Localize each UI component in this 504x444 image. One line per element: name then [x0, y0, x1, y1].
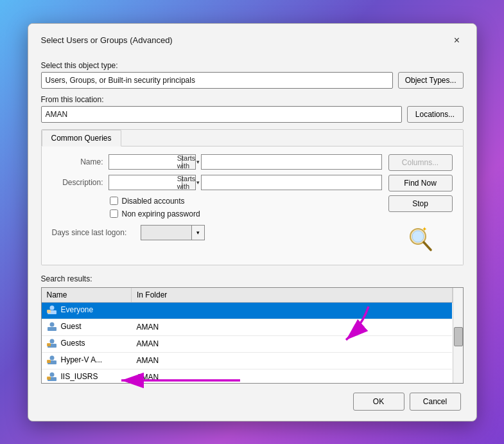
col-header-folder: In Folder — [132, 288, 453, 303]
cell-folder: AMAN — [132, 352, 453, 369]
location-row: Locations... — [41, 106, 464, 123]
row-name: IIS_IUSRS — [61, 372, 98, 381]
cell-name: Everyone — [42, 302, 132, 319]
svg-rect-14 — [47, 360, 51, 363]
table-row[interactable]: IIS_IUSRSAMAN — [42, 369, 453, 384]
ok-button[interactable]: OK — [353, 393, 404, 411]
results-table: Name In Folder Everyone GuestAMAN Guests… — [42, 288, 453, 384]
non-expiring-row: Non expiring password — [110, 209, 382, 218]
table-row[interactable]: GuestsAMAN — [42, 335, 453, 352]
search-results-section: Search results: Name In Folder Everyone — [41, 274, 464, 384]
row-icon: IIS_IUSRS — [47, 371, 98, 382]
disabled-accounts-checkbox[interactable] — [110, 197, 118, 205]
search-results-label: Search results: — [41, 274, 464, 283]
row-icon: Guest — [47, 321, 82, 332]
main-dialog: Select Users or Groups (Advanced) × Sele… — [28, 23, 477, 422]
description-value-input[interactable] — [201, 175, 382, 190]
svg-line-2 — [424, 242, 431, 250]
columns-button[interactable]: Columns... — [388, 154, 453, 171]
svg-rect-6 — [47, 310, 51, 313]
tab-common-queries[interactable]: Common Queries — [42, 130, 121, 147]
query-right-buttons: Columns... Find Now Stop ✦ — [388, 154, 453, 257]
stop-button[interactable]: Stop — [388, 195, 453, 212]
svg-point-10 — [49, 339, 54, 343]
object-type-input[interactable] — [41, 72, 393, 89]
name-filter-value: Starts with — [177, 154, 196, 170]
cell-folder: AMAN — [132, 319, 453, 335]
table-row[interactable]: GuestAMAN — [42, 319, 453, 335]
table-row[interactable]: Hyper-V A...AMAN — [42, 352, 453, 369]
object-type-row: Object Types... — [41, 72, 464, 89]
locations-button[interactable]: Locations... — [407, 106, 464, 123]
cell-folder: AMAN — [132, 369, 453, 384]
svg-point-5 — [49, 305, 54, 310]
results-table-wrapper[interactable]: Name In Folder Everyone GuestAMAN Guests… — [41, 287, 464, 384]
svg-rect-17 — [47, 377, 51, 380]
tabs-bar: Common Queries — [41, 129, 464, 147]
svg-point-16 — [49, 372, 54, 377]
row-name: Everyone — [61, 305, 94, 314]
location-group: From this location: Locations... — [41, 95, 464, 123]
bottom-buttons: OK Cancel — [41, 393, 464, 411]
results-table-header: Name In Folder — [42, 288, 453, 303]
cell-name: IIS_IUSRS — [42, 369, 132, 384]
description-field-label: Description: — [52, 178, 103, 187]
cell-name: Guests — [42, 335, 132, 352]
description-filter-dropdown[interactable]: Starts with ▾ — [182, 175, 196, 190]
chevron-down-icon2: ▾ — [196, 179, 200, 186]
close-button[interactable]: × — [448, 31, 466, 49]
description-filter-input[interactable] — [109, 175, 182, 190]
cell-folder — [132, 302, 453, 319]
table-row[interactable]: Everyone — [42, 302, 453, 319]
svg-rect-11 — [47, 343, 51, 346]
cell-folder: AMAN — [132, 335, 453, 352]
col-header-name: Name — [42, 288, 132, 303]
find-now-button[interactable]: Find Now — [388, 175, 453, 191]
cell-name: Guest — [42, 319, 132, 335]
title-bar: Select Users or Groups (Advanced) × — [28, 24, 476, 55]
description-filter-value: Starts with — [177, 175, 196, 190]
results-table-body: Everyone GuestAMAN GuestsAMAN Hyper-V A.… — [42, 302, 453, 384]
chevron-down-icon: ▾ — [196, 159, 200, 165]
row-icon: Hyper-V A... — [47, 355, 103, 365]
disabled-accounts-row: Disabled accounts — [110, 197, 382, 206]
object-types-button[interactable]: Object Types... — [398, 72, 464, 89]
query-left: Name: Starts with ▾ Description: — [52, 154, 382, 240]
disabled-accounts-label[interactable]: Disabled accounts — [122, 197, 185, 206]
object-type-label: Select this object type: — [41, 61, 464, 70]
svg-point-8 — [49, 322, 54, 326]
dialog-title: Select Users or Groups (Advanced) — [41, 35, 173, 45]
name-filter-input[interactable] — [109, 154, 182, 170]
name-combo: Starts with ▾ — [109, 154, 196, 170]
days-label: Days since last logon: — [52, 228, 135, 237]
row-name: Guests — [61, 339, 85, 348]
scrollbar-track[interactable] — [453, 288, 463, 383]
cancel-button[interactable]: Cancel — [410, 393, 461, 411]
svg-text:✦: ✦ — [422, 226, 427, 233]
days-row: Days since last logon: ▾ — [52, 225, 382, 240]
svg-point-13 — [49, 355, 54, 360]
location-label: From this location: — [41, 95, 464, 104]
row-name: Guest — [61, 322, 82, 331]
cell-name: Hyper-V A... — [42, 352, 132, 369]
row-icon: Everyone — [47, 305, 94, 315]
location-input[interactable] — [41, 106, 402, 123]
scrollbar-thumb[interactable] — [454, 327, 463, 346]
name-value-input[interactable] — [201, 154, 382, 170]
svg-rect-7 — [48, 327, 56, 331]
days-dropdown-arrow[interactable]: ▾ — [192, 225, 205, 240]
name-filter-dropdown[interactable]: Starts with ▾ — [182, 154, 196, 170]
tab-content: Name: Starts with ▾ Description: — [41, 147, 464, 265]
non-expiring-label[interactable]: Non expiring password — [122, 209, 200, 218]
days-input[interactable] — [141, 225, 192, 240]
name-field-label: Name: — [52, 157, 103, 166]
query-section: Name: Starts with ▾ Description: — [52, 154, 453, 257]
dialog-body: Select this object type: Object Types...… — [28, 55, 476, 421]
row-icon: Guests — [47, 338, 85, 348]
row-name: Hyper-V A... — [61, 355, 103, 364]
object-type-group: Select this object type: Object Types... — [41, 61, 464, 89]
description-combo: Starts with ▾ — [109, 175, 196, 190]
description-row: Description: Starts with ▾ — [52, 175, 382, 190]
magnifier-icon: ✦ — [388, 226, 453, 257]
non-expiring-checkbox[interactable] — [110, 209, 118, 218]
